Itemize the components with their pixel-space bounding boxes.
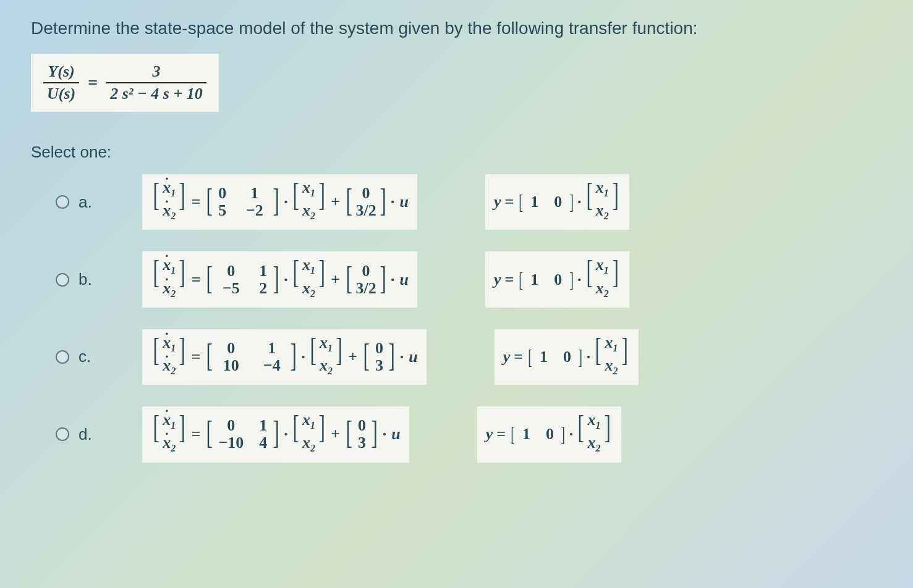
option-b-row: b. [x1x2] = [01−52] · [x1x2] + [03/2] ·u… <box>56 251 882 307</box>
option-c-label: c. <box>79 347 91 366</box>
radio-b-wrapper[interactable]: b. <box>56 270 142 289</box>
option-d-row: d. [x1x2] = [01−104] · [x1x2] + [03] ·u … <box>56 406 882 462</box>
option-a-output-eq: y= [10] · [x1x2] <box>485 174 629 230</box>
radio-a[interactable] <box>56 195 69 209</box>
option-a-state-eq: [x1x2] = [015−2] · [x1x2] + [03/2] ·u <box>142 174 417 230</box>
radio-b[interactable] <box>56 273 69 287</box>
options-container: a. [x1x2] = [015−2] · [x1x2] + [03/2] ·u… <box>31 174 882 463</box>
option-c-row: c. [x1x2] = [0110−4] · [x1x2] + [03] ·u … <box>56 329 882 385</box>
radio-d-wrapper[interactable]: d. <box>56 425 142 444</box>
option-d-math: [x1x2] = [01−104] · [x1x2] + [03] ·u y= … <box>142 406 621 462</box>
rhs-numerator: 3 <box>106 61 206 83</box>
option-a-label: a. <box>79 193 92 212</box>
radio-d[interactable] <box>56 427 69 441</box>
option-a-math: [x1x2] = [015−2] · [x1x2] + [03/2] ·u y=… <box>142 174 629 230</box>
option-c-state-eq: [x1x2] = [0110−4] · [x1x2] + [03] ·u <box>142 329 427 385</box>
transfer-function-equation: Y(s) U(s) = 3 2 s² − 4 s + 10 <box>31 54 219 112</box>
option-d-state-eq: [x1x2] = [01−104] · [x1x2] + [03] ·u <box>142 406 409 462</box>
equals-sign: = <box>88 73 98 92</box>
radio-a-wrapper[interactable]: a. <box>56 193 142 212</box>
option-a-row: a. [x1x2] = [015−2] · [x1x2] + [03/2] ·u… <box>56 174 882 230</box>
option-d-output-eq: y= [10] · [x1x2] <box>477 406 621 462</box>
lhs-denominator: U(s) <box>43 83 79 104</box>
option-c-math: [x1x2] = [0110−4] · [x1x2] + [03] ·u y= … <box>142 329 639 385</box>
option-d-label: d. <box>79 425 92 444</box>
radio-c[interactable] <box>56 350 69 364</box>
option-b-label: b. <box>79 270 92 289</box>
lhs-numerator: Y(s) <box>43 61 79 83</box>
option-c-output-eq: y= [10] · [x1x2] <box>495 329 639 385</box>
radio-c-wrapper[interactable]: c. <box>56 347 142 366</box>
select-one-text: Select one: <box>31 143 882 162</box>
option-b-math: [x1x2] = [01−52] · [x1x2] + [03/2] ·u y=… <box>142 251 629 307</box>
option-b-state-eq: [x1x2] = [01−52] · [x1x2] + [03/2] ·u <box>142 251 417 307</box>
question-text: Determine the state-space model of the s… <box>31 19 882 38</box>
option-b-output-eq: y= [10] · [x1x2] <box>485 251 629 307</box>
rhs-denominator: 2 s² − 4 s + 10 <box>106 83 206 104</box>
